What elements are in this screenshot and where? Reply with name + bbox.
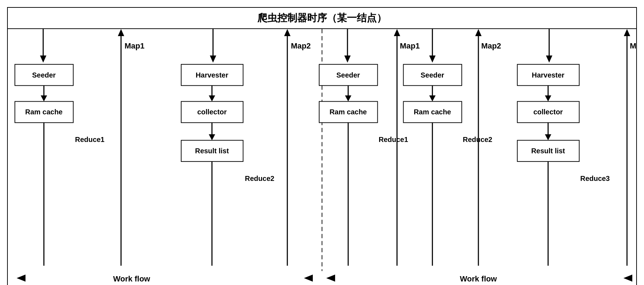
svg-marker-19 [344,56,351,63]
left-workflow-right-arrow [304,274,313,281]
left-map2-resultlist-label: Result list [195,147,229,155]
right-map1-seeder-label: Seeder [337,71,360,79]
title-bar: 爬虫控制器时序（某一结点） [7,7,637,29]
svg-marker-4 [118,29,124,36]
right-map2-reduce-label: Reduce2 [463,136,492,143]
svg-marker-21 [394,29,400,36]
svg-marker-13 [209,96,215,102]
right-map3-reduce-label: Reduce3 [580,175,610,182]
right-map2-ramcache-label: Ram cache [414,108,451,116]
svg-marker-9 [210,56,216,63]
svg-marker-15 [209,134,215,140]
left-map2-harvester-label: Harvester [196,71,228,79]
right-workflow-right-arrow [623,274,632,281]
title-text: 爬虫控制器时序（某一结点） [257,12,387,23]
right-map1-label: Map1 [400,41,420,50]
svg-marker-30 [429,96,435,102]
right-map3-harvester-label: Harvester [532,71,565,79]
left-map2-collector-label: collector [197,108,227,116]
right-workflow-left-arrow [326,274,335,281]
right-map1-reduce-label: Reduce1 [379,136,408,143]
left-map2-label: Map2 [291,41,311,50]
svg-marker-26 [429,56,435,63]
svg-marker-11 [284,29,290,36]
left-workflow-left-arrow [17,274,26,281]
svg-marker-35 [624,29,630,36]
left-map1-label: Map1 [124,41,144,50]
svg-marker-2 [40,56,46,63]
right-map3-resultlist-label: Result list [531,147,565,155]
svg-marker-37 [545,96,551,102]
right-map3-collector-label: collector [533,108,563,116]
right-map2-label: Map2 [481,41,501,50]
right-workflow-label: Work flow [460,274,497,283]
svg-marker-33 [546,56,553,63]
svg-marker-28 [475,29,482,36]
left-map1-ramcache-label: Ram cache [25,108,62,116]
right-map3-label: Map3 [630,41,636,50]
svg-marker-39 [545,134,551,140]
diagram-area: Map1 Seeder Ram cache Reduce1 Map2 [7,29,637,285]
svg-marker-6 [41,96,47,102]
right-map2-seeder-label: Seeder [421,71,444,79]
left-map1-seeder-label: Seeder [32,71,56,79]
left-map2-reduce-label: Reduce2 [245,175,274,182]
diagram-svg: Map1 Seeder Ram cache Reduce1 Map2 [8,29,636,285]
left-workflow-label: Work flow [113,274,150,283]
right-map1-ramcache-label: Ram cache [329,108,367,116]
main-container: 爬虫控制器时序（某一结点） Map1 Seeder [0,0,644,285]
svg-marker-23 [345,96,351,102]
left-map1-reduce-label: Reduce1 [75,136,105,143]
